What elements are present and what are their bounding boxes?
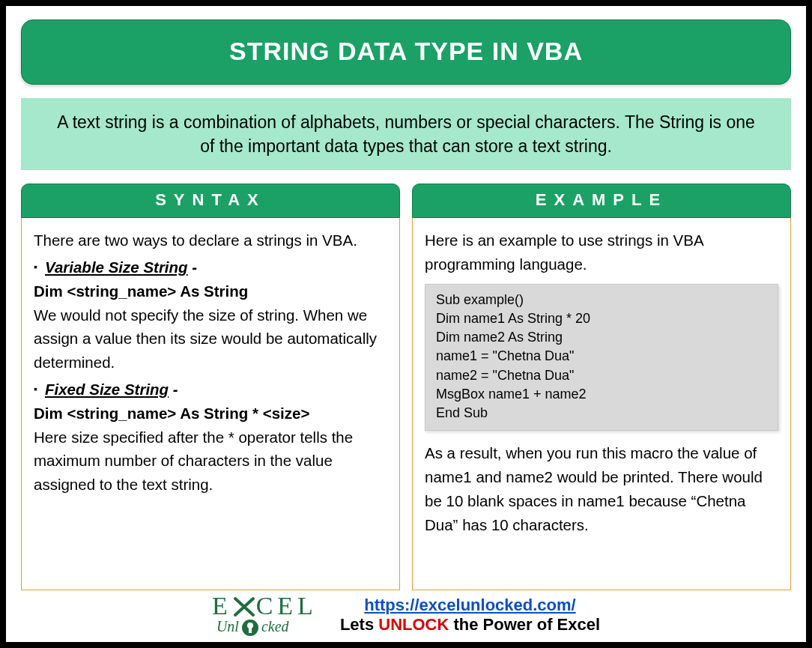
- example-column: EXAMPLE Here is an example to use string…: [412, 184, 791, 590]
- code-line: name2 = "Chetna Dua": [436, 366, 767, 385]
- logo-cked: cked: [261, 620, 289, 633]
- footer-link[interactable]: https://excelunlocked.com/: [364, 596, 575, 614]
- syntax-header: SYNTAX: [21, 184, 400, 218]
- syntax-item-1-description: We would not specify the size of string.…: [34, 303, 387, 375]
- logo-unl: Unl: [216, 620, 239, 633]
- syntax-body: There are two ways to declare a strings …: [21, 218, 400, 590]
- code-line: End Sub: [436, 404, 767, 423]
- syntax-item-1-title-row: ▪ Variable Size String -: [34, 255, 387, 279]
- logo-bottom-row: Unl cked: [216, 618, 289, 635]
- syntax-item-1-declaration: Dim <string_name> As String: [34, 279, 387, 303]
- page-title-bar: STRING DATA TYPE IN VBA: [21, 19, 791, 85]
- syntax-column: SYNTAX There are two ways to declare a s…: [21, 184, 400, 590]
- bullet-square-icon: ▪: [34, 378, 37, 400]
- syntax-item-1-title: Variable Size String: [45, 258, 188, 276]
- example-body: Here is an example to use strings in VBA…: [412, 218, 791, 590]
- code-line: Dim name2 As String: [436, 328, 767, 347]
- example-lead: Here is an example to use strings in VBA…: [425, 228, 778, 276]
- tagline-unlock: UNLOCK: [378, 615, 449, 634]
- syntax-item-1-dash: -: [188, 258, 198, 276]
- columns-container: SYNTAX There are two ways to declare a s…: [21, 184, 791, 590]
- tagline-part-2: the Power of Excel: [449, 615, 600, 634]
- code-line: Sub example(): [436, 291, 767, 309]
- x-mark-icon: [232, 596, 256, 618]
- example-header: EXAMPLE: [412, 184, 791, 218]
- example-result: As a result, when you run this macro the…: [425, 441, 778, 536]
- syntax-item-2-declaration: Dim <string_name> As String * <size>: [34, 402, 387, 426]
- tagline-part-1: Lets: [340, 615, 378, 634]
- bullet-square-icon: ▪: [34, 255, 37, 278]
- keyhole-icon: [242, 620, 258, 636]
- logo-letters-cel: CEL: [256, 595, 318, 618]
- syntax-lead: There are two ways to declare a strings …: [34, 228, 387, 252]
- footer: E CEL Unl cked https://excelunlocked.com…: [21, 593, 791, 635]
- intro-text: A text string is a combination of alphab…: [57, 112, 755, 156]
- brand-logo: E CEL Unl cked: [212, 595, 318, 635]
- code-line: MsgBox name1 + name2: [436, 385, 767, 404]
- footer-text-block: https://excelunlocked.com/ Lets UNLOCK t…: [340, 596, 600, 635]
- syntax-item-2-title: Fixed Size String: [45, 381, 169, 398]
- code-line: name1 = "Chetna Dua": [436, 347, 767, 366]
- logo-top-row: E CEL: [212, 595, 318, 618]
- code-box: Sub example() Dim name1 As String * 20 D…: [425, 284, 778, 431]
- intro-box: A text string is a combination of alphab…: [21, 98, 791, 170]
- syntax-item-2-description: Here size specified after the * operator…: [34, 426, 387, 497]
- page-title: STRING DATA TYPE IN VBA: [229, 37, 583, 65]
- syntax-item-2-title-row: ▪ Fixed Size String -: [34, 378, 387, 402]
- code-line: Dim name1 As String * 20: [436, 309, 767, 328]
- syntax-item-2-dash: -: [169, 381, 178, 398]
- logo-letter-e: E: [212, 595, 232, 618]
